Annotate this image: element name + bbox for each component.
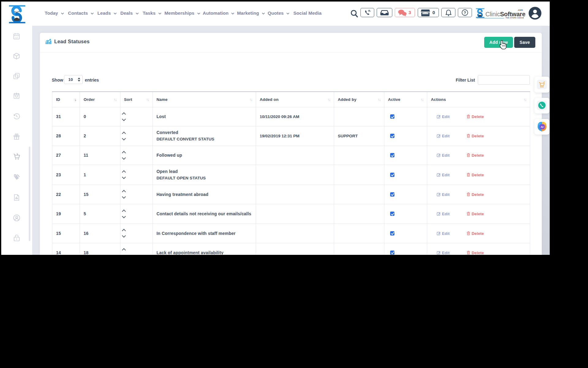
svg-text:AI: AI [541, 125, 544, 128]
svg-text:12: 12 [15, 36, 18, 39]
svg-text:?: ? [464, 10, 466, 15]
